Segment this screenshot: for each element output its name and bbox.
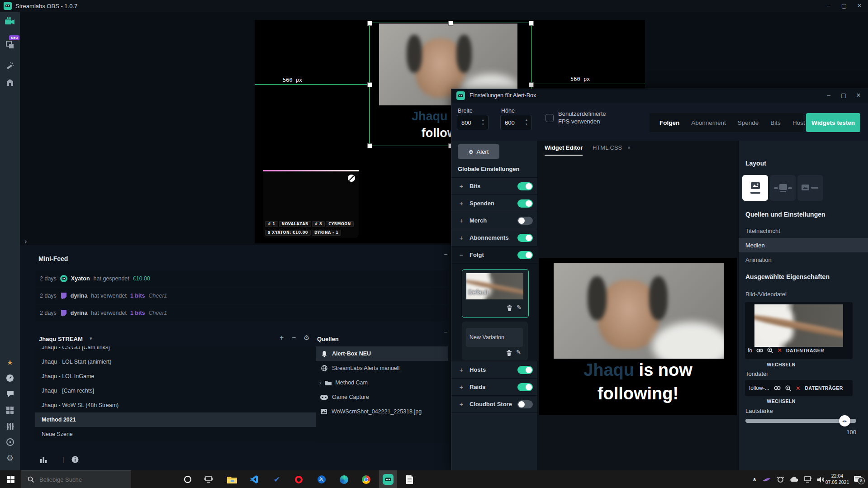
todo-check-icon[interactable]: ✔ [271,474,282,485]
edge-icon[interactable] [338,474,349,485]
setting-item-medien-selected[interactable]: Medien [739,238,868,252]
info-icon[interactable] [71,456,79,465]
setting-item-animation[interactable]: Animation [739,252,868,267]
scenes-caret-icon[interactable]: ▾ [90,336,92,341]
test-tab-abonnement[interactable]: Abonnement [691,119,726,126]
zoom-icon[interactable] [767,347,773,353]
folgt-toggle[interactable] [517,251,533,259]
remove-x-icon[interactable]: ✕ [796,385,801,392]
tray-network-icon[interactable] [802,474,813,485]
resize-handle[interactable] [367,82,372,87]
source-item[interactable]: StreamLabs Alerts manuell [316,361,448,375]
chrome-icon[interactable] [360,474,371,485]
tray-onedrive-icon[interactable] [788,474,799,485]
globals-header-row[interactable]: Globale Einstellungen [451,161,538,178]
remove-x-icon[interactable]: ✕ [777,347,782,354]
volume-slider-handle[interactable]: ◀▶ [839,415,850,426]
test-tab-host[interactable]: Host [792,119,805,126]
wechseln-audio-button[interactable]: WECHSELN [745,398,817,404]
cloudbot-toggle[interactable] [517,400,533,408]
width-spin-down[interactable]: ▾ [482,123,484,126]
alert-type-row-raids[interactable]: +Raids [451,379,538,396]
resize-handle[interactable] [529,82,534,87]
themes-icon[interactable] [0,41,20,51]
abonnements-toggle[interactable] [517,234,533,242]
alert-type-row-merch[interactable]: +Merch [451,212,538,229]
feed-event-row[interactable]: 2 days Xyaton hat gespendet €10.00 [35,270,448,287]
height-spin-up[interactable]: ▴ [526,118,527,121]
collapse-panels-button[interactable]: − [444,328,447,336]
alert-type-row-folgt-expanded[interactable]: −Folgt [451,246,538,264]
test-widgets-button[interactable]: Widgets testen [806,113,860,132]
spenden-toggle[interactable] [517,199,533,208]
alert-type-row-bits[interactable]: +Bits [451,178,538,195]
test-tab-bits[interactable]: Bits [770,119,781,126]
streamlabs-taskbar-icon[interactable] [383,474,394,485]
alert-type-row-hosts[interactable]: +Hosts [451,361,538,379]
dialog-titlebar[interactable]: Einstellungen für Alert-Box – ▢ ✕ [451,89,868,103]
layout-option-image-side[interactable] [797,175,823,201]
variation-card-default-selected[interactable]: Default ✎ [462,269,529,318]
source-item-folder[interactable]: › Method Cam [316,375,448,390]
event-user[interactable]: dyrina [71,310,88,316]
task-view-icon[interactable] [203,474,214,485]
collapse-minifeed-button[interactable]: − [444,251,447,258]
dialog-minimize-button[interactable]: – [822,92,835,99]
tray-clock[interactable]: 22:04 07.05.2021 [823,473,851,485]
layout-option-image-over[interactable] [770,175,796,201]
alert-type-row-spenden[interactable]: +Spenden [451,195,538,212]
width-spin-up[interactable]: ▴ [482,118,484,121]
event-user[interactable]: Xyaton [71,275,90,282]
tray-chevron-up-icon[interactable]: ∧ [749,474,760,485]
trash-icon[interactable] [507,305,512,311]
help-icon[interactable] [0,438,20,448]
zoom-icon[interactable] [785,385,791,391]
bits-toggle[interactable] [517,182,533,190]
highlighter-icon[interactable] [0,62,20,72]
trash-icon[interactable] [506,350,512,356]
editor-icon[interactable] [0,17,20,27]
edit-pencil-icon[interactable]: ✎ [516,349,521,355]
feed-event-row[interactable]: 2 days dyrina hat verwendet 1 bits Cheer… [35,305,448,321]
notepad-icon[interactable] [404,474,415,485]
event-user[interactable]: dyrina [71,293,88,299]
window-minimize-button[interactable]: – [822,2,835,9]
link-icon[interactable] [774,385,781,391]
alert-type-row-abonnements[interactable]: +Abonnements [451,229,538,246]
settings-gear-icon[interactable]: ⚙ [0,453,20,463]
source-item[interactable]: WoWScrnShot_042221_225318.jpg [316,404,448,419]
datentraeger-button[interactable]: DATENTRÄGER [805,385,843,391]
source-item-selected[interactable]: Alert-Box NEU [316,346,448,361]
search-input[interactable] [38,476,126,483]
scene-settings-gear-icon[interactable]: ⚙ [304,334,309,342]
window-close-button[interactable]: ✕ [853,2,866,9]
mixer-icon[interactable] [0,422,20,432]
datentraeger-button[interactable]: DATENTRÄGER [786,348,824,353]
wechseln-video-button[interactable]: WECHSELN [745,362,817,367]
tray-feather-icon[interactable] [761,474,772,485]
edit-pencil-icon[interactable]: ✎ [517,304,522,311]
remove-scene-button[interactable]: − [292,334,296,342]
add-alert-button[interactable]: ⊕Alert [458,144,499,159]
source-item[interactable]: Game Capture [316,390,448,404]
hosts-toggle[interactable] [517,366,533,374]
add-scene-button[interactable]: + [280,334,284,342]
alert-preview-stage[interactable]: Jhaqu is now following! [539,258,737,415]
dialog-close-button[interactable]: ✕ [852,92,865,99]
feed-event-row[interactable]: 2 days dyrina hat verwendet 1 bits Cheer… [35,288,448,304]
merch-toggle[interactable] [517,217,533,225]
layout-option-image-top[interactable] [742,175,768,201]
height-spin-down[interactable]: ▾ [526,123,527,126]
dialog-maximize-button[interactable]: ▢ [837,92,850,99]
cortana-icon[interactable] [182,474,193,485]
layouts-grid-icon[interactable] [0,407,20,416]
setting-item-titelnachricht[interactable]: Titelnachricht [739,223,868,238]
tab-html-css[interactable]: HTML CSS [593,144,622,151]
test-tab-spende[interactable]: Spende [738,119,759,126]
store-icon[interactable] [0,79,20,88]
custom-fps-checkbox[interactable] [545,114,554,122]
stream-labels-widget[interactable]: # 1 NOVALAZAR # 8 CYRMOON $ XYATON: €10.… [263,170,359,238]
window-maximize-button[interactable]: ▢ [838,2,850,9]
raids-toggle[interactable] [517,383,533,391]
variation-card-new[interactable]: New Variation ✎ [462,322,528,360]
